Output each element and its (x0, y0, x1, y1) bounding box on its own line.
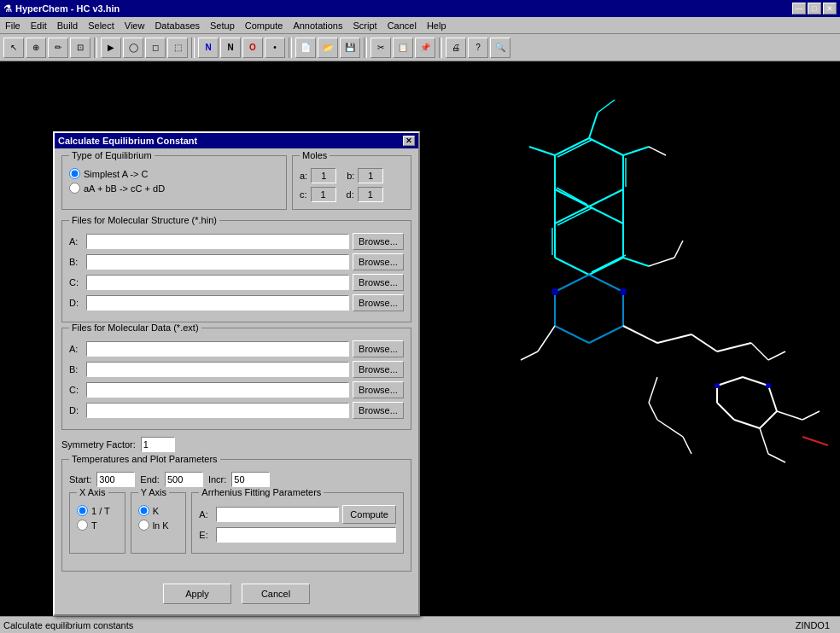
file-data-c-input[interactable] (86, 382, 349, 398)
tool-rect[interactable]: ◻ (145, 38, 166, 58)
file-struct-c-input[interactable] (86, 275, 349, 290)
browse-struct-d-button[interactable]: Browse... (353, 294, 404, 311)
svg-line-10 (598, 100, 615, 113)
molecule-svg (427, 61, 840, 616)
cancel-button[interactable]: Cancel (242, 584, 310, 604)
tool-copy[interactable]: 📋 (393, 38, 413, 58)
file-data-row-c: C: Browse... (69, 381, 404, 398)
file-data-d-input[interactable] (86, 403, 349, 418)
maximize-button[interactable]: □ (808, 3, 821, 15)
moles-a-input[interactable] (311, 168, 336, 183)
menu-databases[interactable]: Databases (149, 19, 205, 32)
moles-b-input[interactable] (358, 168, 383, 183)
radio-x-t-label: T (91, 520, 97, 531)
svg-point-50 (766, 383, 771, 388)
tool-cap-n[interactable]: N (220, 38, 241, 58)
tool-open[interactable]: 📂 (318, 38, 338, 58)
moles-c-label: c: (300, 189, 307, 200)
incr-input[interactable] (231, 472, 270, 487)
menu-file[interactable]: File (0, 19, 26, 32)
temperatures-row: Start: End: Incr: (69, 472, 404, 487)
tool-select[interactable]: ⊕ (26, 38, 46, 58)
dialog-buttons: Apply Cancel (61, 577, 411, 607)
minimize-button[interactable]: — (792, 3, 806, 15)
tool-circle[interactable]: ◯ (123, 38, 143, 58)
file-data-d-label: D: (69, 405, 83, 415)
close-button[interactable]: ✕ (823, 3, 837, 15)
radio-y-k-label: K (153, 506, 159, 516)
radio-simplest-row: Simplest A -> C (69, 168, 279, 179)
tool-erase[interactable]: ⊡ (70, 38, 90, 58)
file-struct-d-input[interactable] (86, 295, 349, 311)
tool-help[interactable]: ? (468, 38, 488, 58)
browse-data-a-button[interactable]: Browse... (353, 340, 404, 357)
svg-line-15 (589, 206, 623, 224)
tool-arrow[interactable]: ▶ (101, 38, 121, 58)
browse-data-c-button[interactable]: Browse... (353, 381, 404, 398)
file-data-b-input[interactable] (86, 362, 349, 377)
tool-dot[interactable]: • (265, 38, 285, 58)
svg-line-20 (557, 208, 592, 225)
tool-new[interactable]: 📄 (295, 38, 316, 58)
apply-button[interactable]: Apply (163, 584, 231, 604)
dialog-close-button[interactable]: ✕ (403, 136, 415, 146)
dialog-title-text: Calculate Equilibrium Constant (58, 136, 197, 146)
file-struct-b-input[interactable] (86, 254, 349, 270)
tool-print[interactable]: 🖨 (446, 38, 466, 58)
arrhenius-a-input[interactable] (216, 507, 339, 522)
file-data-a-label: A: (69, 344, 83, 354)
browse-struct-a-button[interactable]: Browse... (353, 233, 404, 250)
file-data-row-b: B: Browse... (69, 361, 404, 378)
menu-edit[interactable]: Edit (26, 19, 52, 32)
start-input[interactable] (96, 472, 135, 487)
browse-data-d-button[interactable]: Browse... (353, 402, 404, 419)
moles-c-input[interactable] (311, 187, 336, 202)
radio-y-k[interactable] (138, 505, 149, 516)
files-data-group: Files for Molecular Data (*.ext) A: Brow… (61, 328, 411, 430)
menu-compute[interactable]: Compute (240, 19, 289, 32)
menu-select[interactable]: Select (83, 19, 120, 32)
radio-simplest[interactable] (69, 168, 80, 179)
menu-setup[interactable]: Setup (205, 19, 240, 32)
menu-cancel[interactable]: Cancel (382, 19, 422, 32)
tool-save[interactable]: 💾 (340, 38, 360, 58)
compute-button[interactable]: Compute (342, 505, 396, 524)
moles-d-input[interactable] (358, 187, 383, 202)
file-data-a-input[interactable] (86, 341, 349, 357)
menu-script[interactable]: Script (348, 19, 382, 32)
end-input[interactable] (165, 472, 203, 487)
tool-cursor[interactable]: ↖ (3, 38, 24, 58)
arrhenius-e-input[interactable] (216, 527, 396, 543)
tool-filled-rect[interactable]: ⬚ (167, 38, 188, 58)
svg-line-37 (657, 334, 691, 343)
tool-zoom[interactable]: 🔍 (490, 38, 510, 58)
radio-x-t[interactable] (77, 520, 88, 531)
files-structure-label: Files for Molecular Structure (*.hin) (69, 215, 219, 225)
tool-o[interactable]: O (242, 38, 263, 58)
radio-y-lnk[interactable] (138, 520, 149, 531)
radio-x-1t[interactable] (77, 505, 88, 516)
menu-build[interactable]: Build (52, 19, 83, 32)
radio-complex[interactable] (69, 183, 80, 194)
toolbar-separator-4 (364, 38, 367, 58)
svg-line-12 (623, 147, 649, 155)
svg-line-13 (649, 147, 666, 155)
menu-view[interactable]: View (120, 19, 150, 32)
moles-label: Moles (300, 150, 330, 160)
tool-paste[interactable]: 📌 (415, 38, 435, 58)
browse-struct-b-button[interactable]: Browse... (353, 253, 404, 270)
menu-annotations[interactable]: Annotations (288, 19, 347, 32)
svg-line-42 (717, 377, 743, 386)
menu-help[interactable]: Help (422, 19, 452, 32)
tool-cut[interactable]: ✂ (370, 38, 391, 58)
file-struct-a-input[interactable] (86, 234, 349, 249)
yaxis-lnk-row: ln K (138, 520, 179, 531)
symmetry-input[interactable] (141, 437, 175, 452)
browse-struct-c-button[interactable]: Browse... (353, 274, 404, 291)
browse-data-b-button[interactable]: Browse... (353, 361, 404, 378)
files-data-label: Files for Molecular Data (*.ext) (69, 322, 201, 333)
tool-draw[interactable]: ✏ (48, 38, 68, 58)
moles-row-cd: c: d: (300, 187, 404, 202)
tool-n[interactable]: N (198, 38, 219, 58)
file-data-c-label: C: (69, 385, 83, 395)
